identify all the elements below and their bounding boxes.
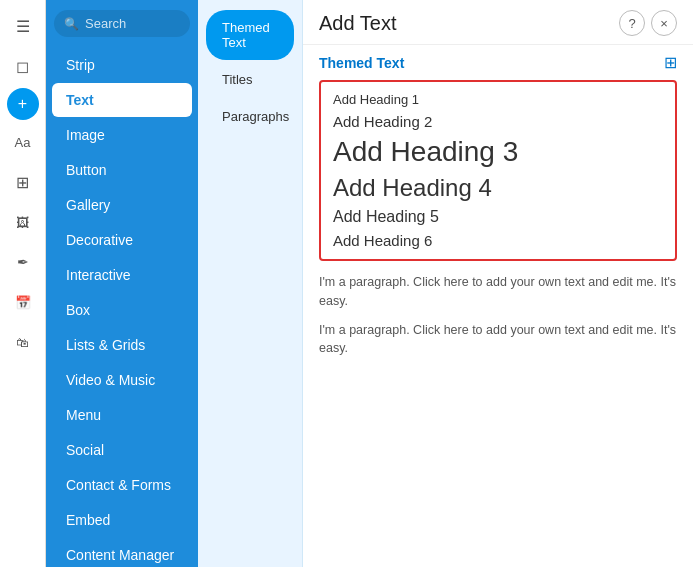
- heading-3-item[interactable]: Add Heading 3: [333, 134, 663, 170]
- headings-box: Add Heading 1 Add Heading 2 Add Heading …: [319, 80, 677, 261]
- sidebar-item-menu[interactable]: Menu: [52, 398, 192, 432]
- paragraph-items: I'm a paragraph. Click here to add your …: [303, 269, 693, 362]
- sidebar-item-text[interactable]: Text: [52, 83, 192, 117]
- pages-icon[interactable]: ☰: [5, 8, 41, 44]
- search-icon: 🔍: [64, 17, 79, 31]
- media-icon[interactable]: 🖼: [5, 204, 41, 240]
- heading-2-item[interactable]: Add Heading 2: [333, 111, 663, 132]
- sidebar-items-list: Strip Text Image Button Gallery Decorati…: [46, 43, 198, 567]
- paragraph-item-1[interactable]: I'm a paragraph. Click here to add your …: [319, 273, 677, 311]
- add-icon[interactable]: +: [7, 88, 39, 120]
- main-content: Add Text ? × Themed Text ⊞ Add Heading 1…: [303, 0, 693, 567]
- sidebar-item-content-manager[interactable]: Content Manager: [52, 538, 192, 567]
- sidebar-item-decorative[interactable]: Decorative: [52, 223, 192, 257]
- layout-toggle-icon[interactable]: ⊞: [664, 53, 677, 72]
- sidebar-item-contact-forms[interactable]: Contact & Forms: [52, 468, 192, 502]
- sub-panel-paragraphs[interactable]: Paragraphs: [206, 99, 294, 134]
- icon-bar: ☰ ◻ + Aa ⊞ 🖼 ✒ 📅 🛍: [0, 0, 46, 567]
- close-button[interactable]: ×: [651, 10, 677, 36]
- sidebar-item-lists-grids[interactable]: Lists & Grids: [52, 328, 192, 362]
- sidebar-item-interactive[interactable]: Interactive: [52, 258, 192, 292]
- sub-panel: Themed Text Titles Paragraphs: [198, 0, 303, 567]
- main-header: Add Text ? ×: [303, 0, 693, 45]
- sub-panel-themed-text[interactable]: Themed Text: [206, 10, 294, 60]
- calendar-icon[interactable]: 📅: [5, 284, 41, 320]
- main-title: Add Text: [319, 12, 396, 35]
- sidebar-item-box[interactable]: Box: [52, 293, 192, 327]
- sidebar-item-image[interactable]: Image: [52, 118, 192, 152]
- heading-4-item[interactable]: Add Heading 4: [333, 172, 663, 204]
- search-box[interactable]: 🔍: [54, 10, 190, 37]
- sidebar-item-gallery[interactable]: Gallery: [52, 188, 192, 222]
- sidebar-item-strip[interactable]: Strip: [52, 48, 192, 82]
- sidebar-item-social[interactable]: Social: [52, 433, 192, 467]
- typography-icon[interactable]: Aa: [5, 124, 41, 160]
- section-label: Themed Text: [319, 55, 404, 71]
- help-button[interactable]: ?: [619, 10, 645, 36]
- layers-icon[interactable]: ◻: [5, 48, 41, 84]
- apps-grid-icon[interactable]: ⊞: [5, 164, 41, 200]
- paragraph-item-2[interactable]: I'm a paragraph. Click here to add your …: [319, 321, 677, 359]
- sidebar-item-button[interactable]: Button: [52, 153, 192, 187]
- heading-6-item[interactable]: Add Heading 6: [333, 230, 663, 251]
- sidebar-item-video-music[interactable]: Video & Music: [52, 363, 192, 397]
- pen-icon[interactable]: ✒: [5, 244, 41, 280]
- sub-panel-titles[interactable]: Titles: [206, 62, 294, 97]
- sidebar: 🔍 Strip Text Image Button Gallery Decora…: [46, 0, 198, 567]
- bag-icon[interactable]: 🛍: [5, 324, 41, 360]
- heading-1-item[interactable]: Add Heading 1: [333, 90, 663, 109]
- sidebar-item-embed[interactable]: Embed: [52, 503, 192, 537]
- heading-5-item[interactable]: Add Heading 5: [333, 206, 663, 228]
- header-actions: ? ×: [619, 10, 677, 36]
- search-input[interactable]: [85, 16, 180, 31]
- section-label-bar: Themed Text ⊞: [303, 45, 693, 76]
